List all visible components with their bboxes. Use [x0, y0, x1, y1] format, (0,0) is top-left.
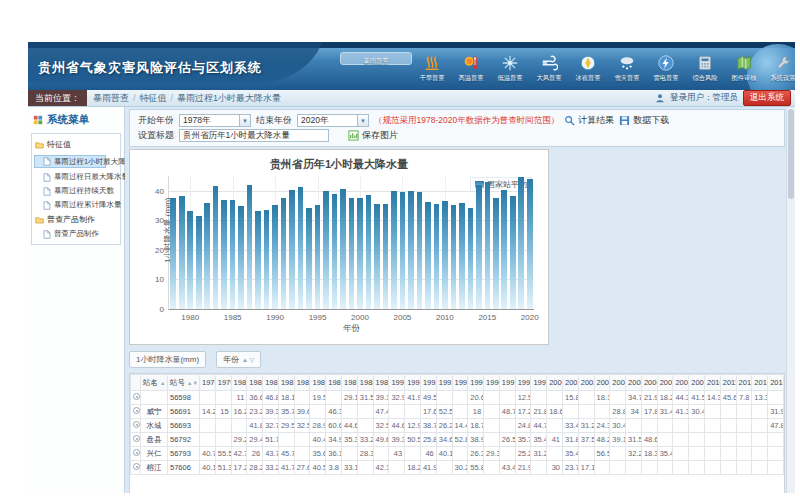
chevron-down-icon[interactable]: ▼	[357, 115, 368, 126]
table-row[interactable]: 榕江5760640.151.317.228.233.241.727.640.53…	[131, 461, 784, 475]
row-select-cell[interactable]	[131, 419, 141, 433]
year-column-header[interactable]: 1985	[310, 375, 326, 391]
year-column-header[interactable]: 1993	[436, 375, 452, 391]
year-column-header[interactable]: 1999	[531, 375, 547, 391]
row-select-cell[interactable]	[131, 461, 141, 475]
nav-item-lightning[interactable]: 雷电普查	[646, 52, 685, 84]
row-select-radio[interactable]	[133, 393, 140, 400]
row-select-cell[interactable]	[131, 391, 141, 405]
nav-item-map-review[interactable]: 图件审核	[724, 52, 763, 84]
sidebar-item[interactable]: 暴雨过程持续天数	[34, 184, 118, 198]
year-column-header[interactable]: 1981	[247, 375, 263, 391]
vertical-scrollbar[interactable]	[786, 107, 795, 493]
nav-item-hail[interactable]: 冰雹普查	[568, 52, 607, 84]
nav-item-settings[interactable]: 系统设置	[763, 52, 795, 84]
table-row[interactable]: 威宁5669114.21516.223.239.335.739.646.347.…	[131, 405, 784, 419]
year-column-header[interactable]: 2006	[641, 375, 657, 391]
data-download-button[interactable]: 数据下载	[619, 114, 669, 127]
year-column-header[interactable]: 2002	[578, 375, 594, 391]
table-row[interactable]: 565981136.646.818.119.529.131.539.132.94…	[131, 391, 784, 405]
sidebar-item[interactable]: 暴雨过程日最大降水量	[34, 170, 118, 184]
sidebar-item[interactable]: 暴雨过程1小时最大降水量	[34, 155, 106, 168]
sidebar-group[interactable]: 特征值	[34, 137, 118, 152]
year-column-header[interactable]: 2004	[610, 375, 626, 391]
sidebar-item[interactable]: 暴雨过程累计降水量	[34, 198, 118, 212]
year-column-header[interactable]: 1996	[484, 375, 500, 391]
year-column-header[interactable]: 2010	[705, 375, 721, 391]
breadcrumb-item[interactable]: 暴雨普查	[93, 92, 129, 105]
year-column-header[interactable]: 1997	[499, 375, 515, 391]
row-select-cell[interactable]	[131, 433, 141, 447]
station-id-header[interactable]: 站号 ▲▼	[168, 375, 200, 391]
year-column-header[interactable]: 2013	[752, 375, 768, 391]
vertical-scrollbar-thumb[interactable]	[788, 109, 794, 199]
row-select-radio[interactable]	[133, 449, 140, 456]
year-column-header[interactable]: 1978	[200, 375, 216, 391]
value-cell: 18.1	[594, 391, 610, 405]
logout-button[interactable]: 退出系统	[743, 90, 791, 106]
row-select-radio[interactable]	[133, 421, 140, 428]
sidebar-group[interactable]: 普查产品制作	[34, 212, 118, 227]
nav-item-wind[interactable]: 大风普查	[529, 52, 568, 84]
start-year-select[interactable]: 1978年 ▼	[179, 114, 251, 127]
nav-item-risk[interactable]: 综合风险	[685, 52, 724, 84]
year-column-header[interactable]: 2014	[768, 375, 784, 391]
sort-icons[interactable]: ▲ ▽	[242, 356, 254, 363]
year-column-header[interactable]: 1989	[373, 375, 389, 391]
year-column-header[interactable]: 2005	[626, 375, 642, 391]
nav-item-drought[interactable]: 干旱普查	[412, 52, 451, 84]
year-column-header[interactable]: 1980	[231, 375, 247, 391]
year-column-header[interactable]: 2009	[689, 375, 705, 391]
value-cell: 39.3	[263, 405, 279, 419]
save-image-button[interactable]: 保存图片	[348, 129, 398, 142]
breadcrumb-item[interactable]: 特征值	[140, 92, 167, 105]
year-column-header[interactable]: 2001	[562, 375, 578, 391]
year-column-header[interactable]: 1992	[420, 375, 436, 391]
value-field-chip[interactable]: 1小时降水量(mm)	[129, 351, 206, 368]
row-select-radio[interactable]	[133, 435, 140, 442]
row-select-cell[interactable]	[131, 447, 141, 461]
year-field-chip[interactable]: 年份 ▲ ▽	[216, 351, 261, 368]
year-column-header[interactable]: 1984	[294, 375, 310, 391]
row-select-radio[interactable]	[133, 407, 140, 414]
year-column-header[interactable]: 1995	[468, 375, 484, 391]
year-column-header[interactable]: 1979	[215, 375, 231, 391]
year-column-header[interactable]: 1994	[452, 375, 468, 391]
station-name-header[interactable]: 站名 ▲▼	[141, 375, 168, 391]
nav-item-snow[interactable]: 雪灾普查	[607, 52, 646, 84]
value-cell	[452, 447, 468, 461]
table-row[interactable]: 兴仁5679340.755.542.72643.745.735.636.128.…	[131, 447, 784, 461]
table-row[interactable]: 水城5669341.832.729.532.528.960.644.632.54…	[131, 419, 784, 433]
year-column-header[interactable]: 2008	[673, 375, 689, 391]
year-column-header[interactable]: 1990	[389, 375, 405, 391]
value-cell: 15	[215, 405, 231, 419]
sidebar-item[interactable]: 普查产品制作	[34, 227, 118, 241]
row-select-radio[interactable]	[133, 463, 140, 470]
nav-item-low-temp[interactable]: 低温普查	[490, 52, 529, 84]
year-column-header[interactable]: 1987	[342, 375, 358, 391]
breadcrumb-item[interactable]: 暴雨过程1小时最大降水量	[177, 92, 281, 105]
lightning-icon	[657, 54, 675, 72]
value-cell: 45.6	[720, 391, 736, 405]
year-column-header[interactable]: 1988	[357, 375, 373, 391]
year-column-header[interactable]: 2012	[736, 375, 752, 391]
year-column-header[interactable]: 1983	[278, 375, 294, 391]
nav-item-rainstorm[interactable]: 暴雨普查	[340, 52, 412, 65]
chevron-down-icon[interactable]: ▼	[239, 115, 250, 126]
year-column-header[interactable]: 2000	[547, 375, 563, 391]
nav-item-high-temp[interactable]: 高温普查	[451, 52, 490, 84]
year-column-header[interactable]: 1998	[515, 375, 531, 391]
end-year-select[interactable]: 2020年 ▼	[297, 114, 369, 127]
year-column-header[interactable]: 2007	[657, 375, 673, 391]
year-column-header[interactable]: 2011	[720, 375, 736, 391]
value-cell: 25.2	[515, 447, 531, 461]
value-cell	[610, 447, 626, 461]
year-column-header[interactable]: 1982	[263, 375, 279, 391]
year-column-header[interactable]: 2003	[594, 375, 610, 391]
chart-title-input[interactable]	[179, 129, 329, 142]
calc-result-button[interactable]: 计算结果	[564, 114, 614, 127]
table-row[interactable]: 盘县5679229.229.451.740.434.935.333.249.63…	[131, 433, 784, 447]
year-column-header[interactable]: 1991	[405, 375, 421, 391]
row-select-cell[interactable]	[131, 405, 141, 419]
year-column-header[interactable]: 1986	[326, 375, 342, 391]
